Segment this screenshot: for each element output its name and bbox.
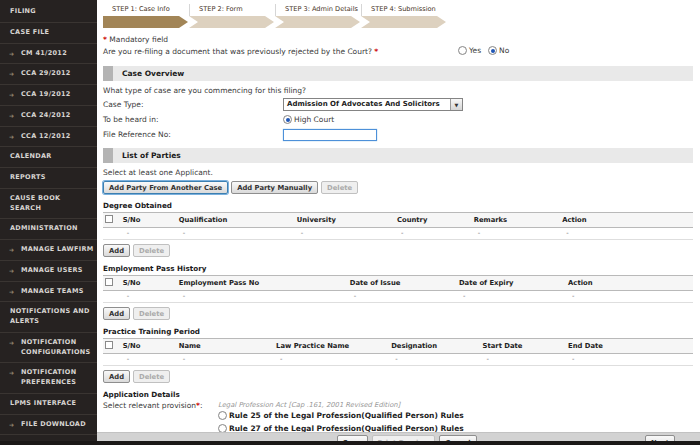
provision-row: Select relevant provision*: Legal Profes…: [103, 401, 700, 435]
section-header-list-of-parties: List of Parties: [103, 148, 693, 163]
case-type-question: What type of case are you commencing for…: [103, 86, 700, 95]
high-court-radio[interactable]: [283, 115, 292, 124]
wizard-step-arrow: [189, 16, 274, 28]
column-header: End Date: [566, 339, 693, 354]
sidebar-item-label: CCA 12/2012: [21, 132, 71, 140]
select-all-checkbox[interactable]: [105, 341, 113, 349]
table-cell: -: [472, 228, 561, 240]
column-header: Date of Expiry: [457, 276, 566, 291]
dropdown-arrow-icon[interactable]: ▼: [450, 99, 462, 110]
sidebar-item-administration[interactable]: ADMINISTRATION: [0, 219, 97, 240]
sidebar-item-cca-29-2012[interactable]: ➜CCA 29/2012: [0, 64, 97, 85]
select-all-cell: [103, 339, 121, 354]
rule-label: Rule 25 of the Legal Profession(Qualifie…: [229, 411, 464, 420]
sidebar-item-notification-preferences[interactable]: ➜NOTIFICATION PREFERENCES: [0, 363, 97, 394]
wizard-step-label: STEP 1: Case Info: [103, 4, 188, 16]
sidebar-item-label: CALENDAR: [10, 152, 52, 160]
sidebar-item-cm-41-2012[interactable]: ➜CM 41/2012: [0, 44, 97, 65]
sidebar-item-cca-24-2012[interactable]: ➜CCA 24/2012: [0, 106, 97, 127]
select-all-cell: [103, 276, 121, 291]
delete-party-button[interactable]: Delete: [321, 181, 358, 194]
sidebar-item-calendar[interactable]: CALENDAR: [0, 147, 97, 168]
file-ref-label: File Reference No:: [103, 130, 283, 139]
main-content: STEP 1: Case InfoSTEP 2: FormSTEP 3: Adm…: [97, 0, 700, 445]
file-reference-input[interactable]: [283, 129, 377, 141]
sidebar-item-notification-configurations[interactable]: ➜NOTIFICATION CONFIGURATIONS: [0, 333, 97, 364]
section-accent-block: [103, 148, 113, 163]
add-party-manually-button[interactable]: Add Party Manually: [231, 181, 318, 194]
row-checkbox-cell: [103, 228, 121, 240]
table-cell: -: [177, 354, 274, 366]
column-header: Employment Pass No: [177, 276, 348, 291]
add-degree-obtained-button[interactable]: Add: [103, 244, 130, 257]
arrow-icon: ➜: [9, 338, 14, 347]
file-ref-row: File Reference No:: [103, 128, 700, 141]
sidebar-item-lpms-interface[interactable]: LPMS INTERFACE: [0, 394, 97, 415]
radio-label: No: [499, 46, 509, 55]
asterisk: *: [374, 47, 378, 56]
sidebar-item-case-file[interactable]: CASE FILE: [0, 23, 97, 44]
table-row: -----: [103, 291, 693, 303]
sidebar-item-reports[interactable]: REPORTS: [0, 168, 97, 189]
sidebar-item-label: MANAGE TEAMS: [21, 287, 84, 295]
detail-tables: Degree ObtainedS/NoQualificationUniversi…: [97, 201, 700, 383]
sidebar-item-manage-users[interactable]: ➜MANAGE USERS: [0, 261, 97, 282]
table-cell: -: [457, 291, 566, 303]
arrow-icon: ➜: [9, 111, 14, 120]
sidebar-item-label: CCA 29/2012: [21, 69, 71, 77]
mandatory-note-text: Mandatory field: [109, 35, 168, 44]
provision-act-text: Legal Profession Act [Cap .161, 2001 Rev…: [218, 401, 700, 409]
wizard-step-1[interactable]: STEP 1: Case Info: [103, 4, 188, 28]
sidebar-item-label: ADMINISTRATION: [10, 224, 78, 232]
section-title: Case Overview: [122, 69, 184, 78]
sidebar-item-label: REPORTS: [10, 173, 46, 181]
table-buttons: AddDelete: [103, 244, 700, 257]
column-header: University: [295, 213, 395, 228]
row-checkbox-cell: [103, 291, 121, 303]
sidebar-item-filing[interactable]: FILING: [0, 2, 97, 23]
sidebar-item-manage-teams[interactable]: ➜MANAGE TEAMS: [0, 282, 97, 303]
add-party-from-case-button[interactable]: Add Party From Another Case: [103, 181, 228, 194]
arrow-icon: ➜: [9, 49, 14, 58]
sidebar-item-cca-12-2012[interactable]: ➜CCA 12/2012: [0, 127, 97, 148]
table-cell: -: [121, 354, 177, 366]
rule-radio-1[interactable]: [218, 411, 227, 420]
table-row: ------: [103, 228, 693, 240]
sidebar-item-cca-19-2012[interactable]: ➜CCA 19/2012: [0, 85, 97, 106]
select-all-checkbox[interactable]: [105, 278, 113, 286]
refiling-row: Are you re-filing a document that was pr…: [103, 47, 700, 59]
table-cell: -: [481, 354, 567, 366]
wizard-step-label: STEP 2: Form: [189, 4, 274, 16]
sidebar-item-file-download[interactable]: ➜FILE DOWNLOAD: [0, 415, 97, 436]
section-header-case-overview: Case Overview: [103, 66, 693, 81]
table-employment-pass-history: S/NoEmployment Pass NoDate of IssueDate …: [103, 275, 693, 303]
sidebar-item-cause-book-search[interactable]: CAUSE BOOK SEARCH: [0, 189, 97, 220]
table-header-row: S/NoQualificationUniversityCountryRemark…: [103, 213, 693, 228]
table-cell: -: [177, 228, 295, 240]
table-cell: -: [560, 228, 693, 240]
delete-degree-obtained-button[interactable]: Delete: [133, 244, 170, 257]
arrow-icon: ➜: [9, 420, 14, 429]
table-cell: -: [566, 354, 693, 366]
high-court-label: High Court: [294, 115, 334, 124]
delete-employment-pass-history-button[interactable]: Delete: [133, 307, 170, 320]
sidebar-item-notifications-and-alerts[interactable]: NOTIFICATIONS AND ALERTS: [0, 302, 97, 333]
wizard-step-4[interactable]: STEP 4: Submission: [361, 4, 446, 28]
refiling-yes-radio[interactable]: [458, 46, 467, 55]
wizard-step-3[interactable]: STEP 3: Admin Details: [275, 4, 360, 28]
add-employment-pass-history-button[interactable]: Add: [103, 307, 130, 320]
sidebar-item-manage-lawfirm[interactable]: ➜MANAGE LAWFIRM: [0, 240, 97, 261]
radio-label: Yes: [469, 46, 481, 55]
add-practice-training-period-button[interactable]: Add: [103, 370, 130, 383]
wizard-step-2[interactable]: STEP 2: Form: [189, 4, 274, 28]
row-checkbox-cell: [103, 354, 121, 366]
delete-practice-training-period-button[interactable]: Delete: [133, 370, 170, 383]
case-type-select[interactable]: Admission Of Advocates And Solicitors ▼: [283, 98, 463, 111]
sidebar-item-label: NOTIFICATION CONFIGURATIONS: [21, 338, 90, 356]
refiling-no-radio[interactable]: [488, 46, 497, 55]
sidebar-item-label: CM 41/2012: [21, 49, 67, 57]
refiling-option-yes: Yes: [458, 46, 481, 55]
select-all-checkbox[interactable]: [105, 215, 113, 223]
refiling-question: Are you re-filing a document that was pr…: [103, 47, 378, 56]
table-practice-training-period: S/NoNameLaw Practice NameDesignationStar…: [103, 338, 693, 366]
